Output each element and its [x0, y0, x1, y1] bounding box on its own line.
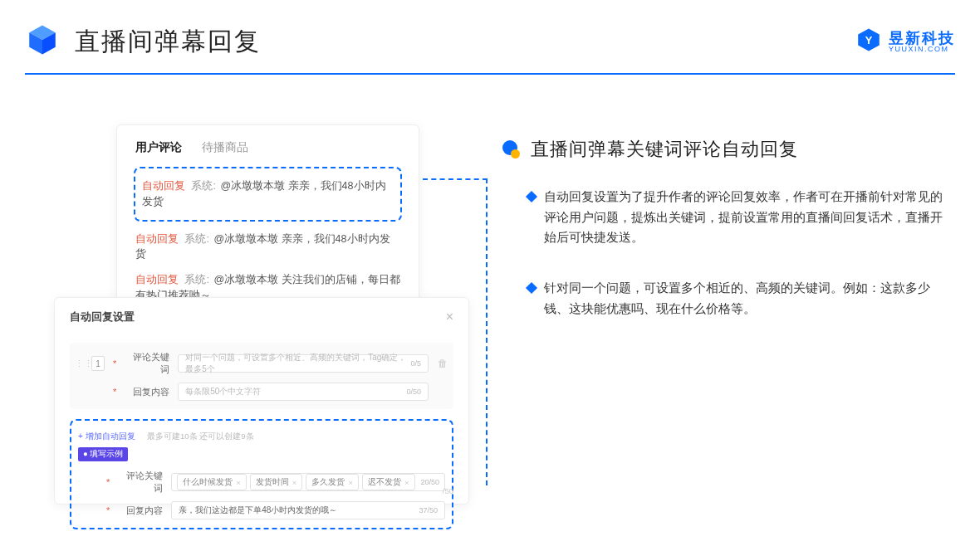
required-star: *: [106, 505, 110, 515]
delete-icon[interactable]: 🗑: [437, 358, 448, 369]
required-star: *: [106, 477, 110, 487]
diamond-icon: [526, 191, 537, 202]
auto-reply-tag: 自动回复: [142, 180, 185, 192]
keyword-label: 评论关键词: [125, 351, 169, 376]
example-highlight-box: + 增加自动回复 最多可建10条 还可以创建9条 ● 填写示例 * 评论关键词 …: [70, 419, 453, 529]
example-content-counter: 37/50: [419, 506, 438, 514]
auto-reply-tag: 自动回复: [135, 233, 179, 245]
partial-counter: /50: [443, 486, 453, 495]
example-keyword-counter: 20/50: [420, 478, 439, 486]
section-title: 直播间弹幕关键词评论自动回复: [531, 137, 798, 162]
add-auto-reply-link[interactable]: + 增加自动回复: [78, 432, 135, 441]
keyword-chip[interactable]: 发货时间×: [250, 474, 303, 490]
diamond-icon: [526, 282, 537, 294]
required-star: *: [113, 358, 116, 368]
page-title: 直播间弹幕回复: [75, 25, 261, 59]
comment-tabs: 用户评论 待播商品: [135, 140, 400, 155]
example-content-label: 回复内容: [118, 505, 163, 517]
chip-remove-icon[interactable]: ×: [236, 478, 241, 487]
brand-logo-block: Y 昱新科技 YUUXIN.COM: [855, 27, 955, 56]
highlighted-comment: 自动回复 系统: @冰墩墩本墩 亲亲，我们48小时内发货: [134, 167, 402, 222]
keyword-counter: 0/5: [410, 359, 421, 368]
add-hint: 最多可建10条 还可以创建9条: [147, 432, 254, 441]
system-label: 系统:: [184, 233, 208, 245]
keyword-chip[interactable]: 什么时候发货×: [177, 474, 247, 490]
keyword-chip[interactable]: 迟不发货×: [362, 474, 415, 490]
brand-hex-icon: Y: [855, 27, 882, 56]
brand-name-en: YUUXIN.COM: [889, 46, 955, 53]
auto-reply-tag: 自动回复: [135, 274, 179, 285]
comments-card: 用户评论 待播商品 自动回复 系统: @冰墩墩本墩 亲亲，我们48小时内发货 自…: [116, 124, 419, 307]
brand-name-cn: 昱新科技: [889, 31, 955, 46]
example-keyword-label: 评论关键词: [118, 470, 163, 495]
drag-handle-icon[interactable]: ⋮⋮: [75, 358, 83, 369]
comment-row: 自动回复 系统: @冰墩墩本墩 亲亲，我们48小时内发货: [135, 227, 400, 268]
keyword-chip[interactable]: 多久发货×: [306, 474, 359, 490]
cube-icon: [25, 22, 60, 61]
example-content-input[interactable]: 亲，我们这边都是下单48小时内发货的哦～ 37/50: [171, 501, 445, 519]
row-number-badge: 1: [91, 356, 105, 371]
header-divider: [25, 73, 955, 75]
tab-user-comments[interactable]: 用户评论: [135, 140, 182, 155]
keyword-placeholder: 对同一个问题，可设置多个相近、高频的关键词，Tag确定，最多5个: [185, 352, 410, 375]
content-placeholder: 每条限50个中文字符: [185, 386, 261, 397]
content-counter: 0/50: [406, 388, 421, 396]
chip-remove-icon[interactable]: ×: [292, 478, 297, 487]
chip-remove-icon[interactable]: ×: [348, 478, 353, 487]
system-label: 系统:: [191, 180, 215, 192]
bullet-text: 针对同一个问题，可设置多个相近的、高频的关键词。例如：这款多少钱、这块能优惠吗、…: [544, 278, 951, 319]
connector-line-v: [486, 178, 488, 485]
content-label: 回复内容: [125, 386, 169, 398]
tab-pending-goods[interactable]: 待播商品: [202, 140, 248, 155]
svg-text:Y: Y: [865, 34, 873, 46]
close-icon[interactable]: ×: [446, 310, 453, 324]
example-badge: ● 填写示例: [78, 447, 128, 461]
example-content-value: 亲，我们这边都是下单48小时内发货的哦～: [179, 505, 337, 516]
rule-row-block: ⋮⋮ 1 * 评论关键词 对同一个问题，可设置多个相近、高频的关键词，Tag确定…: [70, 343, 453, 409]
example-keyword-input[interactable]: 什么时候发货× 发货时间× 多久发货× 迟不发货× 20/50: [171, 473, 445, 491]
required-star: *: [113, 387, 116, 397]
settings-card: 自动回复设置 × ⋮⋮ 1 * 评论关键词 对同一个问题，可设置多个相近、高频的…: [54, 297, 469, 505]
content-input[interactable]: 每条限50个中文字符 0/50: [178, 383, 429, 401]
settings-title: 自动回复设置: [70, 310, 135, 324]
comment-row: 自动回复 系统: @冰墩墩本墩 亲亲，我们48小时内发货: [142, 173, 394, 215]
section-dot-icon: [502, 140, 521, 158]
feature-bullet: 针对同一个问题，可设置多个相近的、高频的关键词。例如：这款多少钱、这块能优惠吗、…: [527, 278, 951, 319]
bullet-text: 自动回复设置为了提升作者的评论回复效率，作者可在开播前针对常见的评论用户问题，提…: [544, 187, 951, 248]
keyword-input[interactable]: 对同一个问题，可设置多个相近、高频的关键词，Tag确定，最多5个 0/5: [178, 354, 429, 373]
feature-bullet: 自动回复设置为了提升作者的评论回复效率，作者可在开播前针对常见的评论用户问题，提…: [527, 187, 951, 248]
system-label: 系统:: [184, 274, 208, 285]
chip-remove-icon[interactable]: ×: [404, 478, 409, 487]
connector-line-h: [423, 178, 488, 180]
